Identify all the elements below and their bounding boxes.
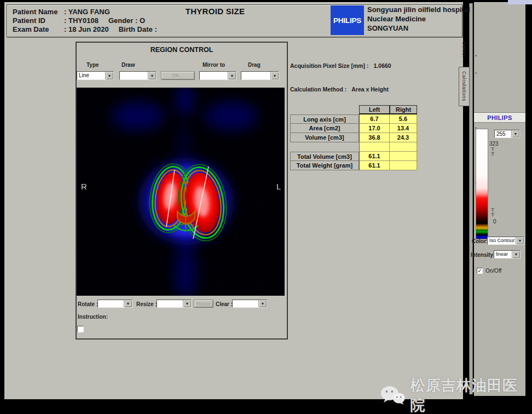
patient-id-row: Patient ID: THY0108Gender : O xyxy=(13,16,145,25)
sidebar-tick xyxy=(475,72,477,74)
right-side-marker: R xyxy=(81,182,87,191)
region-control-title: REGION CONTROL xyxy=(77,46,287,54)
sidebar-tick xyxy=(475,55,477,56)
thyroid-scan-svg xyxy=(77,88,285,296)
vertical-divider xyxy=(469,3,473,394)
chevron-down-icon[interactable]: ▼ xyxy=(512,251,520,258)
value-left xyxy=(359,142,390,152)
reset-button[interactable]: Reset xyxy=(194,300,213,308)
patient-name-value: : YANG FANG xyxy=(64,8,110,16)
tab-calculations-label: Calculations xyxy=(461,71,467,101)
instruction-checkbox[interactable] xyxy=(77,326,84,332)
row-label: Area [cm2] xyxy=(290,124,359,133)
chevron-down-icon[interactable]: ▼ xyxy=(258,300,267,307)
value-left: 17.0 xyxy=(359,124,390,133)
calc-method-label: Calculation Method : xyxy=(290,86,346,93)
thyroid-scan-image[interactable]: R L xyxy=(77,88,285,296)
chevron-down-icon[interactable]: ▼ xyxy=(183,300,191,307)
wechat-icon xyxy=(380,385,406,406)
clear-dropdown[interactable]: ▼ xyxy=(232,300,267,308)
draw-label: Draw xyxy=(122,62,135,68)
resize-dropdown[interactable]: ▼ xyxy=(157,300,192,308)
chevron-down-icon[interactable]: ▼ xyxy=(270,72,279,79)
resize-dropdown-value xyxy=(157,300,183,307)
chevron-down-icon[interactable]: ▼ xyxy=(228,72,236,79)
upper-level-marker-icon[interactable]: ⊨⊨ xyxy=(490,147,495,157)
intensity-dropdown-value: linear xyxy=(494,251,512,258)
ok-button[interactable]: OK... xyxy=(161,71,195,80)
drag-dropdown[interactable]: ▼ xyxy=(241,71,279,80)
tab-select[interactable]: Select xyxy=(461,42,467,57)
chevron-down-icon[interactable]: ▼ xyxy=(148,72,156,79)
pixel-size-label: Acquisition Pixel Size [mm] : xyxy=(290,62,369,69)
row-label: Long axis [cm] xyxy=(290,114,359,124)
row-label: Total Weight [gram] xyxy=(290,161,359,170)
results-table: Left Right Long axis [cm] 6.7 5.6 Area [… xyxy=(290,105,417,170)
draw-dropdown[interactable]: ▼ xyxy=(119,71,157,80)
mirror-dropdown-value xyxy=(200,72,228,79)
row-label xyxy=(290,142,359,152)
chevron-down-icon[interactable]: ▼ xyxy=(124,300,132,307)
lower-level-marker-icon[interactable]: ⊨⊨ xyxy=(490,208,495,217)
rotate-dropdown-value xyxy=(98,300,124,307)
exam-date-value: : 18 Jun 2020 xyxy=(64,25,109,33)
calc-method-value: Area x Height xyxy=(351,86,389,93)
rotate-label: Rotate : xyxy=(78,301,98,307)
calc-method-row: Calculation Method :Area x Height xyxy=(290,86,389,93)
watermark: 松原吉林油田医院 xyxy=(380,376,532,414)
row-label: Volume [cm3] xyxy=(290,133,359,142)
chevron-down-icon[interactable]: ▼ xyxy=(516,237,524,244)
chevron-down-icon[interactable]: ▼ xyxy=(511,130,519,137)
level-dropdown[interactable]: 255 ▼ xyxy=(494,130,520,138)
hospital-line: SONGYUAN xyxy=(367,24,408,32)
exam-date-label: Exam Date xyxy=(13,25,64,33)
patient-id-value: : THY0108 xyxy=(64,16,99,25)
birth-date-label: Birth Date : xyxy=(119,25,157,33)
value-left: 36.8 xyxy=(359,133,390,142)
gender-value: Gender : O xyxy=(108,16,145,25)
value-right xyxy=(390,152,417,161)
page-title: THYROID SIZE xyxy=(158,7,273,16)
drag-label: Drag xyxy=(248,62,261,68)
left-side-marker: L xyxy=(276,182,281,191)
hospital-line: Nuclear Medicine xyxy=(367,15,426,23)
patient-name-row: Patient Name: YANG FANG xyxy=(13,8,110,16)
onoff-checkbox[interactable]: ✓ xyxy=(477,268,483,274)
chevron-down-icon[interactable]: ▼ xyxy=(105,72,113,79)
mirror-label: Mirror to xyxy=(203,62,225,68)
screen: Patient Name: YANG FANG Patient ID: THY0… xyxy=(0,0,532,414)
patient-name-label: Patient Name xyxy=(13,8,64,16)
corner-strip xyxy=(508,0,532,4)
rotate-dropdown[interactable]: ▼ xyxy=(97,300,132,308)
mirror-dropdown[interactable]: ▼ xyxy=(199,71,236,80)
max-count-label: 323 xyxy=(489,141,499,147)
pixel-size-row: Acquisition Pixel Size [mm] :1.0660 xyxy=(290,62,391,69)
value-right: 24.3 xyxy=(390,133,417,142)
philips-logo: PHILIPS xyxy=(331,5,364,35)
patient-id-label: Patient ID xyxy=(13,16,64,25)
instruction-label: Instruction: xyxy=(78,314,108,320)
level-dropdown-value: 255 xyxy=(495,130,511,137)
clear-dropdown-value xyxy=(233,300,258,307)
exam-date-row: Exam Date: 18 Jun 2020Birth Date : xyxy=(13,25,157,33)
intensity-dropdown[interactable]: linear ▼ xyxy=(494,250,521,258)
value-right: 5.6 xyxy=(390,114,417,124)
row-label: Total Volume [cm3] xyxy=(290,152,359,161)
color-scale-bar[interactable] xyxy=(476,129,488,239)
col-header-right: Right xyxy=(390,105,417,114)
draw-dropdown-value xyxy=(120,72,148,79)
value-right xyxy=(390,161,417,170)
hospital-line: Songyuan jilin oilfield hospital xyxy=(367,5,470,14)
type-label: Type xyxy=(86,62,99,68)
type-dropdown[interactable]: Line ▼ xyxy=(77,71,114,80)
resize-label: Resize : xyxy=(136,301,157,307)
drag-dropdown-value xyxy=(241,72,270,79)
value-right: 13.4 xyxy=(390,124,417,133)
pixel-size-value: 1.0660 xyxy=(374,62,391,69)
watermark-text: 松原吉林油田医院 xyxy=(410,376,532,414)
col-header-left: Left xyxy=(359,105,390,114)
value-left: 61.1 xyxy=(359,161,390,170)
tab-calculations[interactable]: Calculations xyxy=(459,67,470,106)
color-dropdown[interactable]: Iso Contour ▼ xyxy=(487,237,524,245)
value-left: 61.1 xyxy=(359,152,390,161)
